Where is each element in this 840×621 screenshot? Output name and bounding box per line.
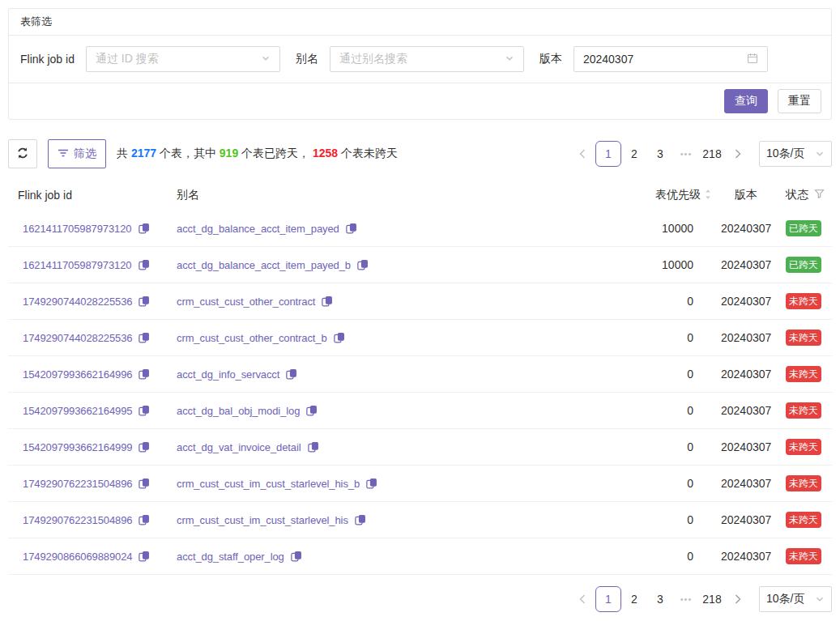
copy-icon[interactable] bbox=[286, 368, 297, 380]
column-header-version: 版本 bbox=[721, 188, 776, 202]
copy-icon[interactable] bbox=[291, 551, 302, 562]
pagination-prev[interactable] bbox=[569, 586, 595, 612]
copy-icon[interactable] bbox=[139, 296, 150, 307]
column-header-status: 状态 bbox=[776, 188, 832, 202]
pagination-page-218[interactable]: 218 bbox=[699, 586, 725, 612]
copy-icon[interactable] bbox=[308, 441, 319, 453]
row-alias-link[interactable]: acct_dg_bal_obj_modi_log bbox=[177, 405, 300, 417]
row-id-link[interactable]: 1749290762231504896 bbox=[23, 514, 132, 526]
row-version: 20240307 bbox=[721, 404, 776, 417]
pagination-page-3[interactable]: 3 bbox=[647, 586, 673, 612]
alias-label: 别名 bbox=[296, 52, 318, 66]
row-id-link[interactable]: 1542097993662164996 bbox=[23, 368, 132, 381]
alias-select[interactable]: 通过别名搜索 bbox=[330, 46, 524, 72]
chevron-down-icon bbox=[815, 149, 825, 159]
pagination-page-1[interactable]: 1 bbox=[595, 141, 621, 167]
pagination-page-1[interactable]: 1 bbox=[595, 586, 621, 612]
pagination-top: 123•••21810条/页 bbox=[569, 141, 832, 167]
row-alias-link[interactable]: acct_dg_info_servacct bbox=[177, 368, 279, 381]
pagination-prev[interactable] bbox=[569, 141, 595, 167]
calendar-icon bbox=[747, 53, 758, 66]
pagination-page-218[interactable]: 218 bbox=[699, 141, 725, 167]
table-row: 1542097993662164999 acct_dg_vat_invoice_… bbox=[8, 429, 832, 466]
copy-icon[interactable] bbox=[139, 368, 150, 380]
page-size-value: 10条/页 bbox=[766, 147, 804, 161]
row-alias-link[interactable]: acct_dg_staff_oper_log bbox=[177, 551, 284, 563]
row-id-link[interactable]: 1749290744028225536 bbox=[23, 296, 132, 308]
summary-text-part: 个表未跨天 bbox=[338, 147, 398, 160]
row-version: 20240307 bbox=[721, 440, 776, 453]
row-alias-link[interactable]: acct_dg_vat_invoice_detail bbox=[177, 441, 301, 453]
version-date-input[interactable]: 20240307 bbox=[574, 46, 768, 72]
filter-button-label: 筛选 bbox=[74, 147, 96, 161]
copy-icon[interactable] bbox=[357, 259, 369, 270]
pagination-page-2[interactable]: 2 bbox=[621, 586, 647, 612]
flink-job-id-placeholder: 通过 ID 搜索 bbox=[96, 52, 159, 66]
row-id-link[interactable]: 1749290744028225536 bbox=[23, 332, 132, 344]
pagination-ellipsis[interactable]: ••• bbox=[673, 141, 699, 167]
copy-icon[interactable] bbox=[139, 223, 150, 234]
table-row: 1621411705987973120 acct_dg_balance_acct… bbox=[8, 247, 832, 283]
row-id-link[interactable]: 1621411705987973120 bbox=[23, 223, 132, 235]
copy-icon[interactable] bbox=[355, 514, 366, 525]
copy-icon[interactable] bbox=[334, 332, 345, 343]
copy-icon[interactable] bbox=[306, 405, 318, 416]
refresh-button[interactable] bbox=[8, 139, 37, 168]
row-id-link[interactable]: 1749290866069889024 bbox=[23, 551, 132, 563]
table-toolbar: 筛选 共 2177 个表，其中 919 个表已跨天， 1258 个表未跨天 12… bbox=[8, 139, 832, 168]
copy-icon[interactable] bbox=[139, 259, 150, 270]
summary-text-part: 个表已跨天， bbox=[238, 147, 313, 160]
status-badge: 未跨天 bbox=[786, 330, 821, 346]
copy-icon[interactable] bbox=[139, 551, 150, 562]
row-alias-link[interactable]: acct_dg_balance_acct_item_payed_b bbox=[177, 259, 351, 271]
filter-row: Flink job id 通过 ID 搜索 别名 通过别名搜索 版本 20240… bbox=[9, 36, 831, 83]
filter-funnel-icon[interactable] bbox=[814, 189, 825, 202]
row-alias-link[interactable]: acct_dg_balance_acct_item_payed bbox=[177, 223, 339, 235]
table-row: 1749290744028225536 crm_cust_cust_other_… bbox=[8, 283, 832, 320]
flink-job-id-select[interactable]: 通过 ID 搜索 bbox=[86, 46, 280, 72]
row-id-link[interactable]: 1542097993662164999 bbox=[23, 441, 132, 453]
pagination-page-3[interactable]: 3 bbox=[647, 141, 673, 167]
alias-placeholder: 通过别名搜索 bbox=[339, 52, 407, 66]
page-size-select[interactable]: 10条/页 bbox=[759, 141, 832, 167]
pagination-next[interactable] bbox=[725, 586, 751, 612]
row-id-link[interactable]: 1621411705987973120 bbox=[23, 259, 132, 271]
row-alias-link[interactable]: crm_cust_cust_im_cust_starlevel_his_b bbox=[177, 478, 360, 490]
copy-icon[interactable] bbox=[366, 478, 377, 489]
row-priority: 0 bbox=[599, 404, 721, 417]
pagination-ellipsis[interactable]: ••• bbox=[673, 586, 699, 612]
row-priority: 0 bbox=[599, 440, 721, 453]
row-priority: 0 bbox=[599, 550, 721, 563]
sort-icon[interactable] bbox=[705, 188, 711, 203]
row-alias-link[interactable]: crm_cust_cust_im_cust_starlevel_his bbox=[177, 514, 348, 526]
copy-icon[interactable] bbox=[139, 441, 150, 453]
copy-icon[interactable] bbox=[139, 332, 150, 343]
row-alias-link[interactable]: crm_cust_cust_other_contract_b bbox=[177, 332, 327, 344]
chevron-down-icon bbox=[505, 53, 514, 66]
copy-icon[interactable] bbox=[139, 514, 150, 525]
filter-card-title: 表筛选 bbox=[9, 9, 831, 36]
row-id-link[interactable]: 1542097993662164995 bbox=[23, 405, 132, 417]
query-button[interactable]: 查询 bbox=[724, 89, 768, 113]
row-priority: 10000 bbox=[599, 222, 721, 235]
status-badge: 已跨天 bbox=[786, 257, 821, 273]
filter-button[interactable]: 筛选 bbox=[48, 139, 106, 168]
copy-icon[interactable] bbox=[346, 223, 357, 234]
chevron-down-icon bbox=[261, 53, 271, 66]
summary-text-part: 个表，其中 bbox=[156, 147, 220, 160]
summary-count-green: 919 bbox=[220, 147, 238, 160]
column-header-priority: 表优先级 bbox=[599, 188, 721, 203]
pagination-next[interactable] bbox=[725, 141, 751, 167]
row-version: 20240307 bbox=[721, 222, 776, 235]
row-id-link[interactable]: 1749290762231504896 bbox=[23, 478, 132, 490]
copy-icon[interactable] bbox=[139, 405, 150, 416]
status-badge: 未跨天 bbox=[786, 293, 821, 309]
pagination-page-2[interactable]: 2 bbox=[621, 141, 647, 167]
copy-icon[interactable] bbox=[322, 296, 333, 307]
row-alias-link[interactable]: crm_cust_cust_other_contract bbox=[177, 296, 315, 308]
refresh-icon bbox=[16, 147, 29, 162]
reset-button[interactable]: 重置 bbox=[778, 89, 821, 113]
page-size-select[interactable]: 10条/页 bbox=[759, 586, 832, 612]
summary-text: 共 2177 个表，其中 919 个表已跨天， 1258 个表未跨天 bbox=[117, 147, 398, 161]
copy-icon[interactable] bbox=[139, 478, 150, 489]
